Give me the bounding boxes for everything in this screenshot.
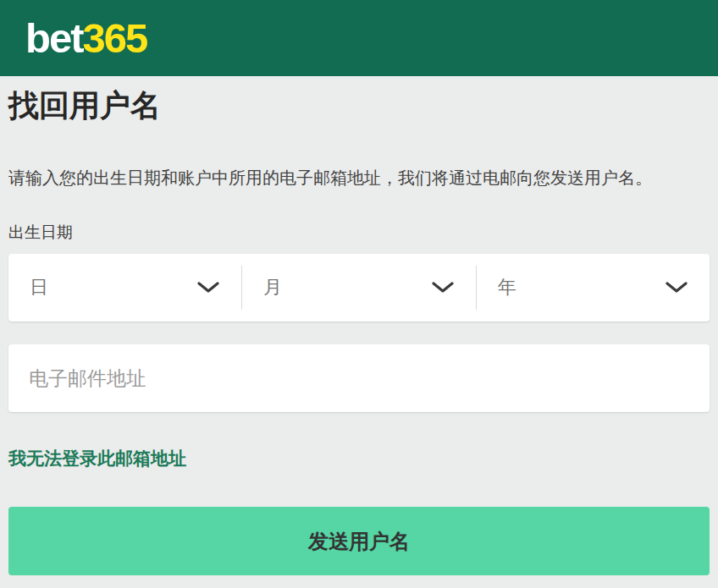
year-select-value: 年 <box>498 275 516 300</box>
chevron-down-icon <box>666 282 688 294</box>
cannot-access-email-link[interactable]: 我无法登录此邮箱地址 <box>8 448 186 469</box>
app-header: bet365 <box>0 0 718 76</box>
page-title: 找回用户名 <box>8 87 710 124</box>
logo-text-365: 365 <box>83 15 147 61</box>
instruction-text: 请输入您的出生日期和账户中所用的电子邮箱地址，我们将通过电邮向您发送用户名。 <box>8 165 710 190</box>
day-select[interactable]: 日 <box>8 254 241 321</box>
month-select-value: 月 <box>263 275 282 300</box>
chevron-down-icon <box>197 282 219 294</box>
main-content: 找回用户名 请输入您的出生日期和账户中所用的电子邮箱地址，我们将通过电邮向您发送… <box>0 87 718 575</box>
dob-select-row: 日 月 年 <box>8 254 710 321</box>
year-select[interactable]: 年 <box>477 254 710 321</box>
dob-label: 出生日期 <box>8 222 710 244</box>
day-select-value: 日 <box>30 275 48 300</box>
logo-text-bet: bet <box>25 15 83 61</box>
send-username-button[interactable]: 发送用户名 <box>8 507 710 575</box>
month-select[interactable]: 月 <box>242 254 475 321</box>
bet365-logo[interactable]: bet365 <box>25 18 146 59</box>
email-address-input[interactable] <box>8 344 710 412</box>
chevron-down-icon <box>432 282 454 294</box>
